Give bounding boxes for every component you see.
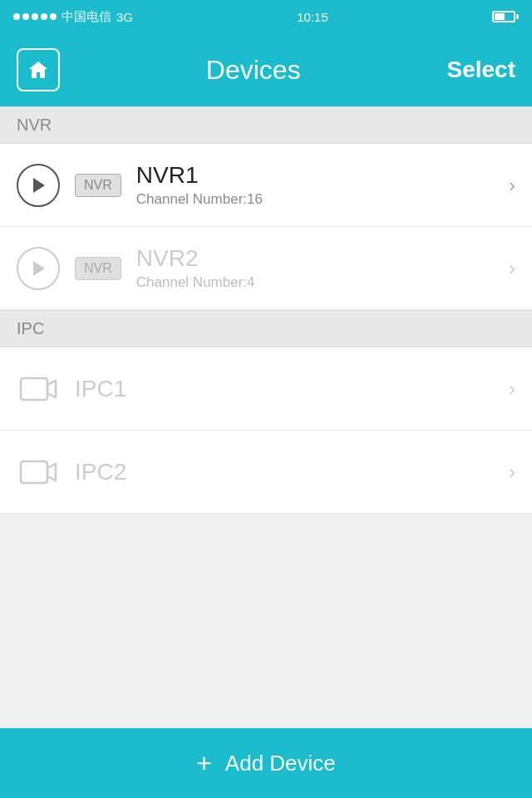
ipc1-info: IPC1 xyxy=(75,376,500,402)
ipc1-chevron: › xyxy=(500,377,515,401)
nvr2-item[interactable]: NVR NVR2 Channel Number:4 › xyxy=(0,227,532,310)
ipc2-name: IPC2 xyxy=(75,459,500,485)
ipc1-name: IPC1 xyxy=(75,376,500,402)
nvr1-badge: NVR xyxy=(75,174,121,197)
svg-rect-1 xyxy=(21,461,47,483)
carrier-label: 中国电信 xyxy=(62,9,111,25)
nvr1-chevron: › xyxy=(500,174,515,197)
ipc1-camera-icon xyxy=(17,372,60,406)
home-icon xyxy=(27,58,50,81)
svg-rect-0 xyxy=(21,378,47,400)
content-area: NVR NVR NVR1 Channel Number:16 › NVR NVR… xyxy=(0,106,532,728)
plus-icon: + xyxy=(196,750,212,776)
nvr1-name: NVR1 xyxy=(136,162,500,189)
nvr1-item[interactable]: NVR NVR1 Channel Number:16 › xyxy=(0,144,532,227)
signal-dots xyxy=(13,13,57,20)
ipc2-chevron: › xyxy=(500,461,515,484)
spacer xyxy=(0,514,532,680)
home-button[interactable] xyxy=(17,48,60,91)
ipc1-item[interactable]: IPC1 › xyxy=(0,347,532,431)
nvr2-name: NVR2 xyxy=(136,245,500,272)
ipc2-info: IPC2 xyxy=(75,459,500,485)
nvr2-sub: Channel Number:4 xyxy=(136,274,500,291)
nvr-section-header: NVR xyxy=(0,106,532,144)
add-device-label: Add Device xyxy=(225,751,336,776)
nav-bar: Devices Select xyxy=(0,33,532,106)
ipc2-camera-icon xyxy=(17,456,60,489)
battery-icon xyxy=(492,11,519,22)
select-button[interactable]: Select xyxy=(447,57,516,83)
time-label: 10:15 xyxy=(297,10,328,24)
nvr1-play-button[interactable] xyxy=(17,164,60,207)
nvr1-sub: Channel Number:16 xyxy=(136,191,500,208)
nvr2-play-button[interactable] xyxy=(17,247,60,290)
status-bar: 中国电信 3G 10:15 xyxy=(0,0,532,33)
ipc2-item[interactable]: IPC2 › xyxy=(0,431,532,514)
add-device-button[interactable]: + Add Device xyxy=(0,728,532,798)
nav-title: Devices xyxy=(206,55,301,86)
network-label: 3G xyxy=(116,10,133,24)
nvr2-badge: NVR xyxy=(75,257,121,280)
nvr2-info: NVR2 Channel Number:4 xyxy=(136,245,500,291)
status-left: 中国电信 3G xyxy=(13,9,133,25)
ipc-section-header: IPC xyxy=(0,310,532,347)
nvr1-info: NVR1 Channel Number:16 xyxy=(136,162,500,208)
nvr2-chevron: › xyxy=(500,257,515,280)
